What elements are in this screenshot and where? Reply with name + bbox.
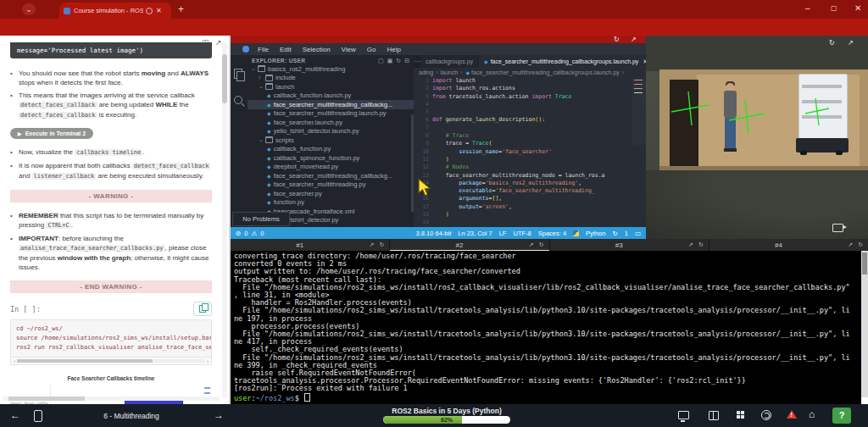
explorer-icon[interactable] (234, 69, 242, 79)
menu-help[interactable]: Help (387, 46, 400, 53)
file-tree-item[interactable]: ◆callback_function.launch.py (248, 92, 414, 101)
tab-overflow-icon[interactable]: ⋯ (414, 55, 420, 68)
sim-expand-icon[interactable]: ↗ (848, 39, 854, 47)
scroll-right-icon[interactable]: › (207, 358, 209, 363)
browser-tab[interactable]: Course simulation - ROS2 I ✕ (59, 3, 171, 19)
terminal-tab-4[interactable]: #4↗↻ (709, 239, 868, 251)
search-icon[interactable] (234, 96, 242, 104)
file-tree-item[interactable]: ◆face_searcher.py (248, 189, 414, 198)
file-tree-item[interactable]: ◆face_searcher_multithreading_callbackg.… (248, 100, 414, 109)
scroll-left-icon[interactable]: ‹ (14, 358, 15, 363)
apps-grid-icon[interactable] (737, 411, 740, 414)
file-tree-item[interactable]: ⌄basics_ros2_multithreading (248, 64, 414, 74)
tab-search-button[interactable]: ⌄ (22, 3, 36, 15)
file-tree-item[interactable]: ◆callback_spinonce_function.py (248, 153, 414, 163)
expand-icon[interactable]: ↗ (529, 241, 534, 248)
shell-hscrollbar[interactable]: ‹ › (10, 358, 212, 365)
status-item[interactable]: Spaces: 4 (538, 230, 566, 237)
settings-icon[interactable] (761, 410, 771, 420)
warning-icon[interactable] (787, 410, 797, 419)
file-tree-item[interactable]: ◆face_searcher.launch.py (248, 118, 414, 127)
prev-chapter-button[interactable]: ← (10, 409, 20, 421)
file-tree-item[interactable]: ›include (248, 74, 414, 83)
file-tree-item[interactable]: ◆face_searcher_multithreading.py (248, 180, 414, 190)
menu-go[interactable]: Go (367, 46, 376, 53)
terminal-tab-1[interactable]: #1↗↻ (231, 239, 390, 251)
breadcrumb[interactable]: ading›launch›◆face_searcher_multithreadi… (414, 68, 646, 77)
file-tree-item[interactable]: ⌄scripts (248, 136, 414, 145)
scroll-thumb[interactable] (862, 252, 867, 274)
collapse-all-icon[interactable]: ⊟ (404, 58, 409, 64)
file-tree-item[interactable]: ◆face_searcher_multithreading.launch.py (248, 109, 414, 119)
scroll-thumb[interactable] (8, 396, 85, 401)
status-item[interactable]: 3.8.10 64-bit (416, 230, 452, 237)
scroll-thumb[interactable] (17, 359, 153, 363)
minimap[interactable] (632, 77, 646, 145)
file-tree-item[interactable]: ◆callback_function.py (248, 145, 414, 154)
breadcrumb-item[interactable]: launch (440, 69, 458, 75)
restart-icon[interactable]: ↻ (379, 241, 384, 248)
execute-terminal2-button[interactable]: ▶Execute in Terminal 2 (10, 128, 93, 139)
menu-selection[interactable]: Selection (303, 46, 331, 53)
menu-view[interactable]: View (342, 46, 356, 53)
terminal-tab-3[interactable]: #3↗↻ (550, 239, 709, 251)
layout-icon[interactable]: ▭ (635, 230, 641, 237)
sim-reload-icon[interactable]: ↻ (829, 39, 835, 47)
menu-edit[interactable]: Edit (280, 46, 292, 53)
errors-icon[interactable]: ⊘ (236, 230, 241, 237)
restart-icon[interactable]: ↻ (539, 241, 544, 248)
breadcrumb-item[interactable]: ading (419, 69, 433, 75)
file-tree-item[interactable]: ◆face_searcher_multithreading_callbackg.… (248, 171, 414, 180)
warnings-icon[interactable]: ⚠ (251, 230, 257, 237)
status-item[interactable]: UTF-8 (513, 230, 531, 237)
file-tree-item[interactable]: ◆yello_tshirt_detector.launch.py (248, 127, 414, 136)
expand-icon[interactable]: ↗ (848, 241, 853, 248)
expand-icon[interactable]: ↗ (370, 241, 375, 248)
code-area[interactable]: 12345678910111213141516171819 import lau… (414, 77, 646, 227)
simulation-viewport[interactable]: ↻ ↗ (646, 36, 868, 239)
window-minimize-button[interactable]: – (805, 2, 810, 15)
shell-command-line: cd ~/ros2_ws/ (16, 324, 206, 334)
camera-icon[interactable] (832, 224, 843, 232)
python-interpreter[interactable]: Python (586, 230, 605, 237)
shell-command-block[interactable]: cd ~/ros2_ws/source /home/simulations/ro… (10, 319, 212, 358)
sync-icon[interactable]: ↻ (612, 230, 617, 237)
notebook-expand-icon[interactable]: ↗ (215, 38, 222, 47)
status-item[interactable]: LF (499, 230, 507, 237)
terminal-tab-2[interactable]: #2↗↻ (390, 239, 549, 251)
ide-logo-icon (242, 46, 249, 53)
notebook-vscrollbar[interactable] (222, 42, 227, 398)
terminal-vscrollbar[interactable] (861, 251, 868, 404)
restart-icon[interactable]: ↻ (698, 241, 704, 248)
resize-grip[interactable] (861, 397, 868, 404)
menu-file[interactable]: File (258, 46, 269, 53)
status-item[interactable]: Ln 23, Col 7 (458, 230, 492, 237)
refresh-icon[interactable]: ↻ (396, 58, 401, 64)
terminal-output[interactable]: converting trace directory: /home/user/.… (234, 252, 858, 402)
scroll-thumb[interactable] (222, 54, 227, 103)
file-tree-item[interactable]: ⌄launch (248, 82, 414, 92)
new-file-icon[interactable]: ▢ (378, 58, 384, 64)
next-chapter-button[interactable]: → (214, 409, 224, 421)
device-icon[interactable] (34, 410, 42, 422)
new-folder-icon[interactable]: ▣ (387, 58, 393, 64)
file-tree-item[interactable]: ◆deepbot_movehead.py (248, 163, 414, 172)
editor-tab-inactive[interactable]: callbackgroups.py (420, 55, 479, 68)
notebook-hscrollbar[interactable] (3, 396, 219, 401)
ide-expand-icon[interactable]: ↗ (631, 36, 637, 43)
desktop-icon[interactable] (678, 411, 689, 419)
window-close-button[interactable]: ✕ (854, 2, 861, 15)
help-button[interactable]: ? (832, 408, 851, 424)
copy-button[interactable] (193, 302, 212, 316)
new-tab-button[interactable]: + (178, 3, 184, 15)
home-icon[interactable]: ⌂ (809, 408, 815, 420)
file-tree-item[interactable]: ◆function.py (248, 198, 414, 208)
breadcrumb-item[interactable]: face_searcher_multithreading_callbackgro… (471, 69, 620, 75)
window-maximize-button[interactable]: ▢ (831, 2, 837, 15)
editor-tab-active[interactable]: ◆ face_searcher_multithreading_callbackg… (479, 55, 646, 68)
ide-reload-icon[interactable]: ↻ (614, 36, 620, 43)
restart-icon[interactable]: ↻ (858, 241, 863, 248)
tab-close-icon[interactable]: ✕ (156, 7, 162, 14)
expand-icon[interactable]: ↗ (688, 241, 693, 248)
notebook-icon[interactable] (709, 411, 719, 420)
